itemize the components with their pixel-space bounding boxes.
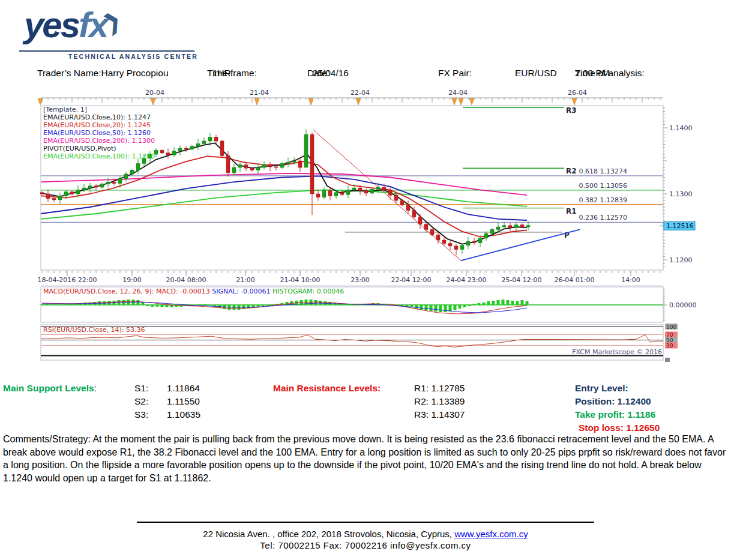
candle-body xyxy=(454,246,458,250)
macd-histogram-bar xyxy=(444,305,447,312)
chart-legend-line: EMA(EUR/USD.Close,20): 1.1245 xyxy=(43,121,151,129)
candle-body xyxy=(520,225,524,227)
macd-histogram-bar xyxy=(262,305,265,306)
support-row: S1: xyxy=(134,383,148,394)
support-value: 1.11864 xyxy=(167,383,200,394)
candle-body xyxy=(484,233,488,238)
candle-body xyxy=(70,192,74,194)
candle-body xyxy=(274,167,278,167)
macd-histogram-bar xyxy=(459,305,462,309)
event-marker-icon xyxy=(308,98,313,105)
macd-histogram-bar xyxy=(65,304,68,305)
macd-histogram-bar xyxy=(526,301,529,305)
candle-body xyxy=(490,229,494,233)
candle-body xyxy=(400,200,404,205)
candle-body xyxy=(436,235,440,240)
macd-histogram-bar xyxy=(492,301,495,305)
candle-body xyxy=(178,148,182,151)
fib-label: 0.618 1.13274 xyxy=(579,167,627,175)
candle-body xyxy=(382,187,386,190)
event-marker-icon xyxy=(356,98,361,105)
candle-body xyxy=(286,162,290,163)
candle-body xyxy=(316,194,320,197)
pivot-label: R3 xyxy=(566,106,577,115)
footer-divider xyxy=(137,522,594,523)
candle-body xyxy=(478,238,482,243)
macd-histogram-bar xyxy=(478,303,481,305)
price-axis-label: 1.1300 xyxy=(669,190,693,198)
candle-body xyxy=(88,186,92,188)
candle-body xyxy=(40,193,44,194)
candle-body xyxy=(502,226,506,227)
macd-histogram-bar xyxy=(425,305,428,310)
time-axis-label: 25-04 12:00 xyxy=(501,276,541,284)
website-link[interactable]: www.yesfx.com.cy xyxy=(454,529,528,539)
candle-body xyxy=(394,195,398,200)
candle-body xyxy=(322,191,326,197)
macd-histogram-bar xyxy=(502,300,505,305)
fib-label: 0.382 1.12839 xyxy=(579,196,627,204)
price-chart: 20-0421-0422-0424-0426-041.14001.13001.1… xyxy=(0,0,731,372)
candle-body xyxy=(238,165,242,167)
candle-body xyxy=(292,161,296,162)
resistance-levels-title: Main Resistance Levels: xyxy=(273,383,381,394)
candle-body xyxy=(268,165,272,167)
candle-body xyxy=(508,226,512,227)
fib-label: 0.500 1.13056 xyxy=(579,182,627,190)
macd-histogram-bar xyxy=(497,300,500,305)
time-axis-label: 14:00 xyxy=(621,276,640,284)
macd-histogram-bar xyxy=(463,305,466,307)
macd-histogram-bar xyxy=(151,305,154,307)
candle-body xyxy=(364,191,368,193)
macd-histogram-bar xyxy=(468,305,471,306)
candle-body xyxy=(358,188,362,190)
candle-body xyxy=(136,163,140,170)
macd-histogram-bar xyxy=(415,305,418,309)
macd-histogram-bar xyxy=(209,305,212,306)
candle-body xyxy=(112,182,116,183)
top-axis-label: 20-04 xyxy=(145,89,164,97)
macd-histogram-bar xyxy=(487,301,490,305)
support-row: S2: xyxy=(134,396,148,407)
macd-histogram-bar xyxy=(286,302,289,305)
candle-body xyxy=(418,217,422,224)
candle-body xyxy=(352,188,356,190)
svg-text:100: 100 xyxy=(666,324,676,330)
candle-body xyxy=(514,225,518,227)
top-axis-label: 26-04 xyxy=(568,89,587,97)
candle-body xyxy=(388,190,392,195)
candle-body xyxy=(340,193,344,194)
candle-body xyxy=(370,189,374,193)
candle-body xyxy=(304,134,308,167)
candle-body xyxy=(208,137,212,141)
macd-histogram-bar xyxy=(60,305,63,306)
footer-contact: Tel: 70002215 Fax: 70002216 info@yesfx.c… xyxy=(0,540,731,550)
resistance-row: R1: 1.12785 xyxy=(414,383,465,394)
macd-axis-label: 0.00000 xyxy=(669,301,697,309)
time-axis-label: 21:00 xyxy=(236,276,255,284)
candle-body xyxy=(334,193,338,196)
entry-level-title: Entry Level: xyxy=(575,383,628,394)
macd-histogram-bar xyxy=(55,305,58,306)
candle-body xyxy=(106,182,110,184)
macd-histogram-bar xyxy=(430,305,433,311)
pivot-label: R2 xyxy=(566,167,577,175)
candle-body xyxy=(82,188,86,190)
candle-body xyxy=(160,150,164,152)
chart-legend-line: EMA(EUR/USD.Close,50): 1.1260 xyxy=(43,129,151,137)
macd-histogram-bar xyxy=(199,304,202,305)
entry-position: Position: 1.12400 xyxy=(575,396,651,407)
macd-histogram-bar xyxy=(454,305,457,310)
event-marker-icon xyxy=(469,98,474,105)
take-profit: Take profit: 1.1186 xyxy=(575,409,655,420)
comments-strategy: Comments/Strategy: At the moment the pai… xyxy=(3,433,728,484)
event-marker-icon xyxy=(459,98,463,105)
candle-body xyxy=(244,165,248,169)
candle-body xyxy=(262,165,266,167)
rsi-legend: RSI(EUR/USD.Close, 14): 53.36 xyxy=(43,326,145,334)
rsi-zero-badge xyxy=(665,358,670,362)
candle-body xyxy=(202,141,206,143)
macd-histogram-bar xyxy=(507,300,510,305)
event-marker-icon xyxy=(452,98,457,105)
macd-legend: MACD(EUR/USD.Close, 12, 26, 9): MACD: -0… xyxy=(43,288,344,295)
